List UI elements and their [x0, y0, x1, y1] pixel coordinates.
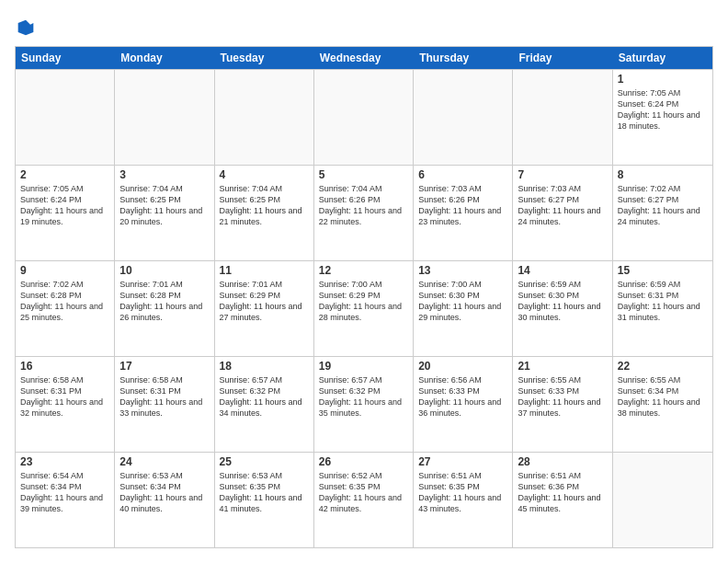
calendar-row: 9Sunrise: 7:02 AM Sunset: 6:28 PM Daylig…	[16, 260, 712, 356]
cell-info: Sunrise: 7:01 AM Sunset: 6:29 PM Dayligh…	[220, 279, 309, 324]
calendar-cell: 1Sunrise: 7:05 AM Sunset: 6:24 PM Daylig…	[613, 70, 712, 165]
header-day: Monday	[115, 47, 214, 69]
calendar-cell: 18Sunrise: 6:57 AM Sunset: 6:32 PM Dayli…	[215, 357, 314, 452]
day-number: 25	[220, 455, 309, 468]
cell-info: Sunrise: 6:54 AM Sunset: 6:34 PM Dayligh…	[20, 470, 109, 515]
calendar-cell: 13Sunrise: 7:00 AM Sunset: 6:30 PM Dayli…	[414, 261, 513, 356]
cell-info: Sunrise: 7:04 AM Sunset: 6:26 PM Dayligh…	[319, 183, 408, 228]
calendar-cell	[215, 70, 314, 165]
calendar-cell	[414, 70, 513, 165]
day-number: 8	[618, 168, 708, 181]
calendar-cell: 25Sunrise: 6:53 AM Sunset: 6:35 PM Dayli…	[215, 453, 314, 547]
header-day: Friday	[513, 47, 612, 69]
calendar-cell: 8Sunrise: 7:02 AM Sunset: 6:27 PM Daylig…	[613, 166, 712, 260]
cell-info: Sunrise: 6:52 AM Sunset: 6:35 PM Dayligh…	[319, 470, 408, 515]
logo-icon	[17, 18, 35, 37]
day-number: 9	[20, 264, 109, 277]
calendar-cell	[115, 70, 214, 165]
day-number: 2	[20, 168, 109, 181]
calendar-cell: 10Sunrise: 7:01 AM Sunset: 6:28 PM Dayli…	[115, 261, 214, 356]
day-number: 3	[119, 168, 209, 181]
cell-info: Sunrise: 6:53 AM Sunset: 6:34 PM Dayligh…	[119, 470, 209, 515]
cell-info: Sunrise: 7:03 AM Sunset: 6:27 PM Dayligh…	[518, 183, 607, 228]
cell-info: Sunrise: 7:00 AM Sunset: 6:30 PM Dayligh…	[418, 279, 507, 324]
calendar-cell	[513, 70, 612, 165]
cell-info: Sunrise: 6:58 AM Sunset: 6:31 PM Dayligh…	[20, 374, 109, 419]
cell-info: Sunrise: 6:53 AM Sunset: 6:35 PM Dayligh…	[220, 470, 309, 515]
day-number: 23	[20, 455, 109, 468]
day-number: 20	[418, 360, 507, 373]
cell-info: Sunrise: 6:55 AM Sunset: 6:33 PM Dayligh…	[518, 374, 607, 419]
day-number: 13	[418, 264, 507, 277]
calendar-cell: 4Sunrise: 7:04 AM Sunset: 6:25 PM Daylig…	[215, 166, 314, 260]
day-number: 11	[220, 264, 309, 277]
cell-info: Sunrise: 7:04 AM Sunset: 6:25 PM Dayligh…	[220, 183, 309, 228]
header-day: Thursday	[414, 47, 513, 69]
day-number: 14	[518, 264, 607, 277]
calendar-cell: 20Sunrise: 6:56 AM Sunset: 6:33 PM Dayli…	[414, 357, 513, 452]
cell-info: Sunrise: 6:51 AM Sunset: 6:35 PM Dayligh…	[418, 470, 507, 515]
calendar-cell: 6Sunrise: 7:03 AM Sunset: 6:26 PM Daylig…	[414, 166, 513, 260]
calendar-cell: 2Sunrise: 7:05 AM Sunset: 6:24 PM Daylig…	[16, 166, 115, 260]
calendar-cell: 23Sunrise: 6:54 AM Sunset: 6:34 PM Dayli…	[16, 453, 115, 547]
calendar-cell: 15Sunrise: 6:59 AM Sunset: 6:31 PM Dayli…	[613, 261, 712, 356]
calendar-cell: 26Sunrise: 6:52 AM Sunset: 6:35 PM Dayli…	[314, 453, 414, 547]
day-number: 7	[518, 168, 607, 181]
calendar-cell: 22Sunrise: 6:55 AM Sunset: 6:34 PM Dayli…	[613, 357, 712, 452]
cell-info: Sunrise: 7:02 AM Sunset: 6:28 PM Dayligh…	[20, 279, 109, 324]
cell-info: Sunrise: 6:57 AM Sunset: 6:32 PM Dayligh…	[319, 374, 408, 419]
calendar-cell: 14Sunrise: 6:59 AM Sunset: 6:30 PM Dayli…	[513, 261, 612, 356]
day-number: 4	[220, 168, 309, 181]
calendar-header: SundayMondayTuesdayWednesdayThursdayFrid…	[16, 47, 712, 69]
cell-info: Sunrise: 6:57 AM Sunset: 6:32 PM Dayligh…	[220, 374, 309, 419]
calendar-cell: 27Sunrise: 6:51 AM Sunset: 6:35 PM Dayli…	[414, 453, 513, 547]
calendar-cell: 5Sunrise: 7:04 AM Sunset: 6:26 PM Daylig…	[314, 166, 414, 260]
day-number: 19	[319, 360, 408, 373]
day-number: 18	[220, 360, 309, 373]
cell-info: Sunrise: 6:51 AM Sunset: 6:36 PM Dayligh…	[518, 470, 607, 515]
day-number: 1	[618, 73, 708, 86]
calendar-cell: 17Sunrise: 6:58 AM Sunset: 6:31 PM Dayli…	[115, 357, 214, 452]
header-day: Tuesday	[215, 47, 314, 69]
day-number: 12	[319, 264, 408, 277]
header	[15, 15, 713, 37]
cell-info: Sunrise: 6:59 AM Sunset: 6:31 PM Dayligh…	[618, 279, 708, 324]
calendar-cell	[314, 70, 414, 165]
calendar-cell: 11Sunrise: 7:01 AM Sunset: 6:29 PM Dayli…	[215, 261, 314, 356]
calendar-cell: 16Sunrise: 6:58 AM Sunset: 6:31 PM Dayli…	[16, 357, 115, 452]
day-number: 21	[518, 360, 607, 373]
calendar-body: 1Sunrise: 7:05 AM Sunset: 6:24 PM Daylig…	[16, 69, 712, 547]
cell-info: Sunrise: 7:01 AM Sunset: 6:28 PM Dayligh…	[119, 279, 209, 324]
day-number: 17	[119, 360, 209, 373]
page: SundayMondayTuesdayWednesdayThursdayFrid…	[0, 0, 728, 563]
calendar-cell: 28Sunrise: 6:51 AM Sunset: 6:36 PM Dayli…	[513, 453, 612, 547]
day-number: 24	[119, 455, 209, 468]
logo	[15, 18, 35, 37]
calendar-cell: 19Sunrise: 6:57 AM Sunset: 6:32 PM Dayli…	[314, 357, 414, 452]
calendar-row: 2Sunrise: 7:05 AM Sunset: 6:24 PM Daylig…	[16, 165, 712, 260]
day-number: 22	[618, 360, 708, 373]
cell-info: Sunrise: 7:05 AM Sunset: 6:24 PM Dayligh…	[618, 87, 708, 132]
calendar-cell: 21Sunrise: 6:55 AM Sunset: 6:33 PM Dayli…	[513, 357, 612, 452]
header-day: Wednesday	[314, 47, 414, 69]
cell-info: Sunrise: 7:00 AM Sunset: 6:29 PM Dayligh…	[319, 279, 408, 324]
day-number: 15	[618, 264, 708, 277]
header-day: Sunday	[16, 47, 115, 69]
day-number: 10	[119, 264, 209, 277]
calendar-row: 16Sunrise: 6:58 AM Sunset: 6:31 PM Dayli…	[16, 356, 712, 452]
cell-info: Sunrise: 6:55 AM Sunset: 6:34 PM Dayligh…	[618, 374, 708, 419]
header-day: Saturday	[613, 47, 712, 69]
calendar-cell	[16, 70, 115, 165]
calendar-cell: 9Sunrise: 7:02 AM Sunset: 6:28 PM Daylig…	[16, 261, 115, 356]
calendar-row: 1Sunrise: 7:05 AM Sunset: 6:24 PM Daylig…	[16, 69, 712, 165]
day-number: 28	[518, 455, 607, 468]
calendar: SundayMondayTuesdayWednesdayThursdayFrid…	[15, 46, 713, 548]
calendar-cell: 24Sunrise: 6:53 AM Sunset: 6:34 PM Dayli…	[115, 453, 214, 547]
cell-info: Sunrise: 7:03 AM Sunset: 6:26 PM Dayligh…	[418, 183, 507, 228]
day-number: 6	[418, 168, 507, 181]
cell-info: Sunrise: 6:59 AM Sunset: 6:30 PM Dayligh…	[518, 279, 607, 324]
cell-info: Sunrise: 7:04 AM Sunset: 6:25 PM Dayligh…	[119, 183, 209, 228]
cell-info: Sunrise: 6:56 AM Sunset: 6:33 PM Dayligh…	[418, 374, 507, 419]
cell-info: Sunrise: 7:02 AM Sunset: 6:27 PM Dayligh…	[618, 183, 708, 228]
calendar-row: 23Sunrise: 6:54 AM Sunset: 6:34 PM Dayli…	[16, 452, 712, 547]
